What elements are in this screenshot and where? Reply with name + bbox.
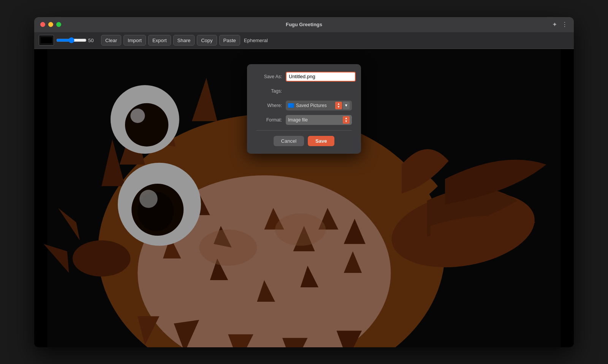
brush-preview — [39, 35, 54, 46]
maximize-button[interactable] — [56, 22, 61, 27]
window-title: Fugu Greetings — [286, 22, 322, 27]
export-button[interactable]: Export — [148, 35, 171, 46]
save-as-label: Save As: — [256, 74, 282, 79]
stepper-down-icon: ▼ — [337, 106, 340, 109]
tags-input[interactable] — [286, 86, 354, 96]
where-label: Where: — [256, 103, 282, 108]
brush-fill — [41, 37, 52, 43]
format-dropdown[interactable]: Image file ▲ ▼ — [286, 115, 352, 125]
format-stepper-down-icon: ▼ — [345, 120, 348, 123]
slider-container: 50 — [56, 37, 99, 43]
save-button[interactable]: Save — [308, 136, 334, 146]
copy-button[interactable]: Copy — [197, 35, 217, 46]
brush-size-value: 50 — [88, 38, 99, 43]
where-expand-button[interactable]: ▼ — [343, 102, 350, 109]
ephemeral-label: Ephemeral — [244, 38, 268, 43]
save-as-input[interactable] — [286, 72, 356, 82]
close-button[interactable] — [40, 22, 45, 27]
save-dialog: Save As: Tags: Where: Saved Pictures ▲ — [247, 64, 361, 154]
format-label: Format: — [256, 117, 282, 123]
share-button[interactable]: Share — [173, 35, 195, 46]
format-value: Image file — [288, 117, 343, 123]
format-stepper[interactable]: ▲ ▼ — [343, 116, 350, 124]
extensions-icon[interactable]: ✦ — [552, 21, 557, 28]
paste-button[interactable]: Paste — [219, 35, 240, 46]
where-stepper[interactable]: ▲ ▼ — [335, 102, 342, 109]
titlebar: Fugu Greetings ✦ ⋮ — [34, 17, 574, 32]
save-as-row: Save As: — [256, 72, 352, 82]
tags-row: Tags: — [256, 86, 352, 96]
app-window: Fugu Greetings ✦ ⋮ 50 Clear Import Expor… — [34, 17, 574, 347]
tags-label: Tags: — [256, 88, 282, 94]
window-controls — [40, 22, 61, 27]
clear-button[interactable]: Clear — [101, 35, 121, 46]
minimize-button[interactable] — [48, 22, 53, 27]
modal-overlay: Save As: Tags: Where: Saved Pictures ▲ — [34, 49, 574, 347]
chevron-down-icon: ▼ — [344, 103, 348, 107]
where-dropdown[interactable]: Saved Pictures ▲ ▼ ▼ — [286, 101, 352, 110]
brush-size-slider[interactable] — [56, 37, 87, 43]
dialog-divider — [256, 130, 352, 131]
import-button[interactable]: Import — [124, 35, 146, 46]
titlebar-actions: ✦ ⋮ — [552, 21, 568, 28]
where-value: Saved Pictures — [296, 103, 334, 108]
dialog-buttons: Cancel Save — [256, 136, 352, 146]
menu-icon[interactable]: ⋮ — [562, 21, 568, 28]
where-row: Where: Saved Pictures ▲ ▼ ▼ — [256, 101, 352, 110]
canvas-area[interactable]: Save As: Tags: Where: Saved Pictures ▲ — [34, 49, 574, 347]
cancel-button[interactable]: Cancel — [274, 136, 304, 146]
format-row: Format: Image file ▲ ▼ — [256, 115, 352, 125]
toolbar: 50 Clear Import Export Share Copy Paste … — [34, 32, 574, 49]
folder-icon — [288, 103, 294, 108]
